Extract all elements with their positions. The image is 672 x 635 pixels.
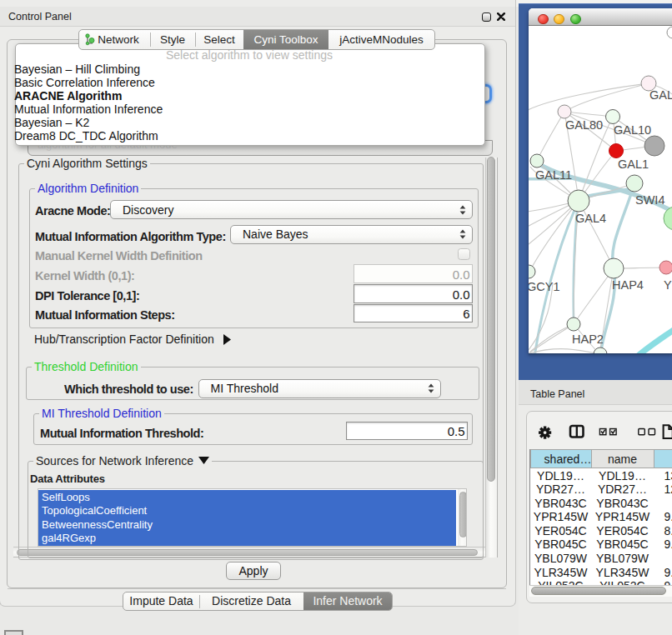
svg-text:GCY1: GCY1 — [529, 280, 560, 293]
svg-text:GAL1: GAL1 — [618, 158, 649, 171]
svg-text:Y: Y — [664, 278, 672, 292]
svg-text:GAL4: GAL4 — [575, 212, 606, 225]
svg-text:GAL80: GAL80 — [565, 118, 603, 132]
svg-text:GAL10: GAL10 — [614, 123, 651, 137]
svg-text:GAL11: GAL11 — [535, 168, 572, 182]
svg-text:HAP4: HAP4 — [612, 278, 644, 292]
svg-text:SWI4: SWI4 — [635, 193, 664, 207]
svg-text:HAP2: HAP2 — [572, 332, 604, 346]
svg-text:GAL2: GAL2 — [649, 88, 672, 102]
